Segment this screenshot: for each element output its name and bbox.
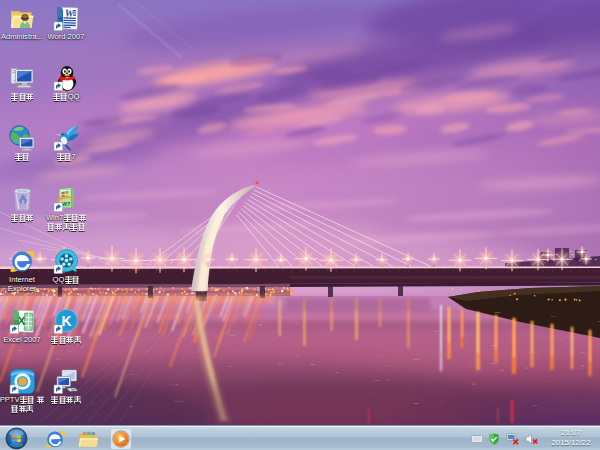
- svg-text:W: W: [64, 7, 74, 18]
- svg-text:K: K: [61, 313, 71, 329]
- svg-text:W7: W7: [62, 201, 70, 207]
